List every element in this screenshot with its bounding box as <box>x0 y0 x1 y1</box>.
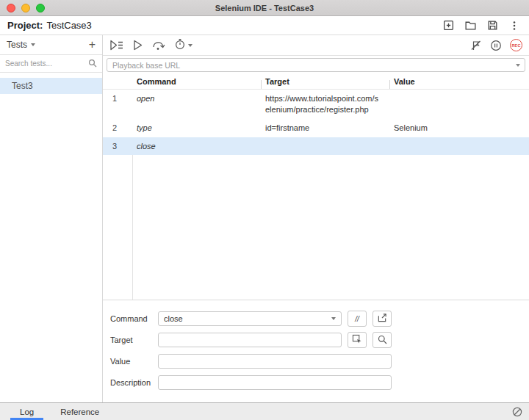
command-select[interactable]: close <box>158 311 342 326</box>
select-target-button[interactable] <box>348 332 367 348</box>
execution-speed-control[interactable] <box>174 38 192 53</box>
chevron-down-icon[interactable] <box>31 43 35 46</box>
row-number: 1 <box>103 90 132 119</box>
chevron-down-icon[interactable] <box>516 64 520 67</box>
value-input[interactable] <box>158 354 392 369</box>
log-tab-label: Log <box>20 408 34 416</box>
play-all-icon <box>109 40 123 51</box>
body: Tests + Test3 <box>0 35 529 402</box>
chevron-down-icon <box>331 317 336 320</box>
test-list: Test3 <box>0 73 102 94</box>
row-value <box>389 90 529 119</box>
add-test-button[interactable]: + <box>89 39 96 51</box>
step-over-icon <box>152 40 165 51</box>
playback-toolbar: REC <box>103 35 529 56</box>
tab-log[interactable]: Log <box>10 403 43 420</box>
search-tests-input[interactable] <box>5 59 88 68</box>
project-label: Project: <box>7 20 43 31</box>
play-icon <box>132 40 143 51</box>
circle-slash-icon <box>512 407 522 417</box>
minimize-window-button[interactable] <box>21 4 30 12</box>
target-form-row: Target <box>110 332 522 348</box>
find-target-button[interactable] <box>373 332 392 348</box>
test-name: Test3 <box>12 81 33 91</box>
search-icon <box>88 57 97 70</box>
description-form-row: Description <box>110 374 522 391</box>
test-list-item[interactable]: Test3 <box>0 78 102 94</box>
open-in-new-window-button[interactable] <box>373 311 392 327</box>
save-icon <box>486 19 499 32</box>
flag-slash-icon <box>470 40 482 51</box>
selenium-ide-window: Selenium IDE - TestCase3 Project: TestCa… <box>0 0 529 420</box>
test-search <box>0 55 102 73</box>
run-current-test-button[interactable] <box>132 40 143 51</box>
clear-log-button[interactable] <box>512 407 522 417</box>
disable-breakpoints-button[interactable] <box>470 40 482 51</box>
reference-tab-label: Reference <box>60 408 99 416</box>
zoom-window-button[interactable] <box>36 4 45 12</box>
kebab-menu-icon <box>508 20 520 32</box>
tests-dropdown[interactable]: Tests <box>7 40 27 50</box>
playback-url-row <box>103 56 529 74</box>
tab-reference[interactable]: Reference <box>51 403 109 420</box>
new-project-icon <box>442 19 455 32</box>
run-all-tests-button[interactable] <box>109 40 123 51</box>
row-command: open <box>132 90 261 119</box>
header-value: Value <box>389 77 529 86</box>
window-controls <box>0 4 45 12</box>
value-label: Value <box>110 357 158 366</box>
chevron-down-icon <box>188 44 192 47</box>
table-empty-area <box>103 155 529 300</box>
project-name: TestCase3 <box>46 20 91 31</box>
save-project-button[interactable] <box>486 19 499 32</box>
tests-header: Tests + <box>0 35 102 55</box>
header-target: Target <box>261 77 389 86</box>
new-project-button[interactable] <box>442 19 455 32</box>
footer-right <box>512 403 529 420</box>
command-label: Command <box>110 314 158 323</box>
window-title: Selenium IDE - TestCase3 <box>0 4 529 12</box>
tests-sidebar: Tests + Test3 <box>0 35 103 402</box>
step-over-button[interactable] <box>152 40 165 51</box>
folder-icon <box>464 19 477 32</box>
stopwatch-icon <box>174 38 186 53</box>
open-new-window-icon <box>377 313 387 325</box>
table-row[interactable]: 1 open https://www.tutorialspoint.com/se… <box>103 90 529 119</box>
select-target-icon <box>352 334 362 346</box>
toolbar-left <box>109 38 192 53</box>
toolbar-right: REC <box>470 39 522 51</box>
row-value <box>389 137 529 156</box>
magnifier-icon <box>378 335 387 346</box>
row-target: id=firstname <box>261 119 389 137</box>
value-form-row: Value <box>110 353 522 369</box>
project-actions <box>442 19 522 32</box>
project-header: Project: TestCase3 <box>0 16 529 35</box>
description-label: Description <box>110 378 158 387</box>
command-editor: Command close // <box>103 300 529 402</box>
target-label: Target <box>110 336 158 344</box>
commands-table-header: Command Target Value <box>103 74 529 90</box>
close-window-button[interactable] <box>7 4 15 12</box>
row-value: Selenium <box>389 119 529 137</box>
more-menu-button[interactable] <box>508 20 520 32</box>
playback-base-url-input[interactable] <box>107 58 525 72</box>
row-target <box>261 137 389 156</box>
table-row[interactable]: 3 close <box>103 137 529 156</box>
row-command: close <box>132 137 261 156</box>
pause-on-exceptions-button[interactable] <box>490 40 502 51</box>
open-project-button[interactable] <box>464 19 477 32</box>
command-select-value: close <box>164 314 183 323</box>
row-command: type <box>132 119 261 137</box>
row-target: https://www.tutorialspoint.com/selenium/… <box>261 90 389 119</box>
description-input[interactable] <box>158 375 392 390</box>
table-row[interactable]: 2 type id=firstname Selenium <box>103 119 529 137</box>
bottom-panel-tabs: Log Reference <box>0 402 529 420</box>
main-panel: REC Command Target Value 1 <box>103 35 529 402</box>
target-input[interactable] <box>158 333 342 347</box>
rec-label: REC <box>511 43 520 48</box>
row-number: 2 <box>103 119 132 137</box>
titlebar: Selenium IDE - TestCase3 <box>0 0 529 16</box>
pause-circle-icon <box>490 40 502 51</box>
record-button[interactable]: REC <box>510 39 522 51</box>
toggle-comment-button[interactable]: // <box>348 311 367 327</box>
